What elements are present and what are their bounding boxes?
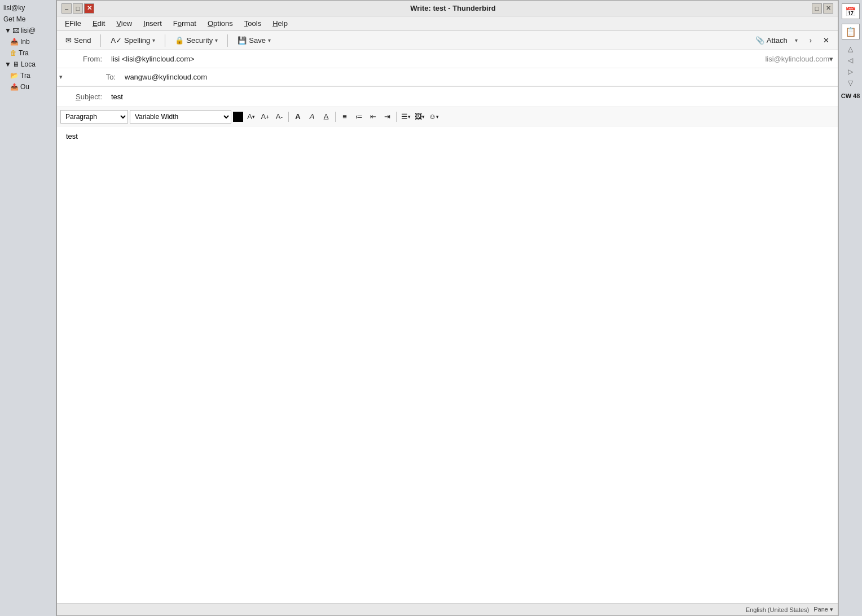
align-dropdown[interactable]: ☰▾ [399, 111, 412, 123]
right-calendar-panel: 📅 📋 △ ◁ ▷ ▽ CW 48 [838, 0, 862, 616]
menu-tools[interactable]: Tools [240, 18, 266, 29]
account-icon: 🖂 [12, 27, 19, 34]
font-increase-button[interactable]: A+ [259, 111, 271, 123]
to-expand-arrow[interactable]: ▾ [57, 71, 71, 83]
menu-file[interactable]: FFileFile [60, 18, 86, 29]
menu-help[interactable]: Help [268, 18, 292, 29]
security-button[interactable]: 🔒 Security ▾ [170, 34, 223, 47]
outbox-icon: 📤 [10, 83, 19, 91]
font-decrease-button[interactable]: A- [273, 111, 285, 123]
panel-close-button[interactable]: ✕ [818, 34, 834, 47]
subject-row: Subject: [57, 87, 838, 107]
calendar-list-icon[interactable]: 📋 [842, 24, 860, 39]
menu-view[interactable]: View [112, 18, 137, 29]
cal-nav-next[interactable]: ▷ [845, 67, 856, 77]
ext-restore-button[interactable]: □ [812, 3, 822, 14]
unordered-list-button[interactable]: ≡ [338, 111, 351, 123]
status-bar: English (United States) Pane ▾ [57, 603, 838, 615]
calendar-grid-icon[interactable]: 📅 [842, 3, 860, 19]
save-icon: 💾 [238, 36, 247, 45]
format-sep-3 [396, 112, 397, 122]
subject-input[interactable] [108, 90, 838, 103]
local-icon: 🖥 [12, 60, 19, 68]
format-sep-2 [335, 112, 336, 122]
body-editor[interactable]: test [57, 126, 838, 603]
send-icon: ✉ [65, 36, 72, 45]
restore-button[interactable]: □ [73, 3, 83, 14]
to-label: To: [71, 73, 121, 81]
toolbar-sep-1 [100, 34, 101, 47]
attach-section: 📎 Attach ▾ [750, 34, 798, 47]
trash-icon2: 📂 [10, 72, 19, 80]
sidebar-account-label: lisi@ky [3, 4, 25, 12]
toolbar-sep-3 [227, 34, 228, 47]
status-pane[interactable]: Pane ▾ [813, 606, 833, 613]
window-controls-right: □ ✕ [812, 3, 833, 14]
font-select[interactable]: Variable Width Fixed Width Arial Times N… [130, 110, 231, 124]
sidebar-item-trash2[interactable]: 📂 Tra [0, 70, 56, 81]
cal-nav-prev[interactable]: ◁ [845, 55, 856, 65]
close-button[interactable]: ✕ [84, 3, 94, 14]
security-dropdown-arrow: ▾ [215, 37, 218, 43]
cal-nav-down[interactable]: ▽ [845, 78, 856, 88]
sidebar-item-trash[interactable]: 🗑 Tra [0, 47, 56, 59]
toolbar-sep-2 [165, 34, 165, 47]
calendar-navigation: △ ◁ ▷ ▽ [845, 44, 856, 88]
menu-format[interactable]: Format [169, 18, 201, 29]
italic-button[interactable]: A [306, 111, 318, 123]
underline-button[interactable]: A [320, 111, 332, 123]
menu-edit[interactable]: Edit [88, 18, 109, 29]
from-row: From: lisi <lisi@kylincloud.com> lisi@ky… [57, 50, 838, 68]
sidebar-item-outbox[interactable]: 📤 Ou [0, 81, 56, 93]
from-dropdown-arrow[interactable]: ▾ [829, 55, 833, 63]
sidebar: lisi@ky Get Me ▼ 🖂 lisi@ 📥 Inb 🗑 Tra ▼ 🖥… [0, 0, 56, 616]
menu-insert[interactable]: Insert [139, 18, 166, 29]
sidebar-item-lisi[interactable]: ▼ 🖂 lisi@ [0, 25, 56, 36]
panel-forward-button[interactable]: › [804, 34, 817, 47]
spelling-dropdown-arrow: ▾ [152, 37, 155, 43]
format-toolbar: Paragraph Heading 1 Heading 2 Body Text … [57, 107, 838, 126]
subject-label: Subject: [57, 93, 108, 101]
image-dropdown[interactable]: 🖼▾ [414, 111, 426, 123]
from-label: From: [57, 55, 108, 63]
to-row: ▾ To: [57, 68, 838, 86]
sidebar-account[interactable]: lisi@ky [0, 2, 56, 14]
from-alt: lisi@kylincloud.com [765, 55, 829, 63]
minimize-button[interactable]: – [61, 3, 72, 14]
inbox-icon: 📥 [10, 38, 19, 46]
attach-button[interactable]: 📎 Attach [750, 34, 793, 47]
arrow-icon: ▼ [5, 27, 11, 34]
outdent-button[interactable]: ⇤ [367, 111, 379, 123]
ext-close-button[interactable]: ✕ [823, 3, 833, 14]
save-button[interactable]: 💾 Save ▾ [232, 34, 276, 47]
send-button[interactable]: ✉ Send [60, 34, 96, 47]
compose-window: – □ ✕ Write: test - Thunderbird □ ✕ FFil… [56, 0, 838, 616]
calendar-week: CW 48 [841, 93, 860, 99]
sidebar-item-inbox[interactable]: 📥 Inb [0, 36, 56, 47]
sidebar-item-local[interactable]: ▼ 🖥 Loca [0, 59, 56, 70]
font-size-dropdown[interactable]: A▾ [245, 111, 257, 123]
spelling-icon: A✓ [111, 36, 122, 45]
bold-button[interactable]: A [292, 111, 304, 123]
trash-icon: 🗑 [10, 49, 17, 57]
menu-options[interactable]: Options [203, 18, 238, 29]
spelling-button[interactable]: A✓ Spelling ▾ [105, 34, 160, 47]
save-dropdown-arrow: ▾ [268, 37, 271, 43]
indent-button[interactable]: ⇥ [381, 111, 393, 123]
window-controls-left: – □ ✕ [61, 3, 94, 14]
to-input[interactable] [121, 71, 838, 83]
from-value: lisi <lisi@kylincloud.com> [108, 52, 760, 65]
main-toolbar: ✉ Send A✓ Spelling ▾ 🔒 Security ▾ 💾 Save… [57, 31, 838, 50]
sidebar-get-messages[interactable]: Get Me [0, 14, 56, 25]
status-language: English (United States) [746, 606, 810, 613]
paragraph-select[interactable]: Paragraph Heading 1 Heading 2 Body Text … [60, 110, 128, 124]
window-title: Write: test - Thunderbird [94, 4, 812, 12]
security-icon: 🔒 [175, 36, 184, 45]
ordered-list-button[interactable]: ≔ [353, 111, 365, 123]
compose-container: From: lisi <lisi@kylincloud.com> lisi@ky… [57, 50, 838, 615]
sidebar-get-messages-label: Get Me [3, 15, 25, 23]
font-color-box[interactable] [233, 112, 243, 122]
cal-nav-up[interactable]: △ [845, 44, 856, 54]
emoji-dropdown[interactable]: ☺▾ [428, 111, 440, 123]
arrow-icon-local: ▼ [5, 60, 11, 68]
